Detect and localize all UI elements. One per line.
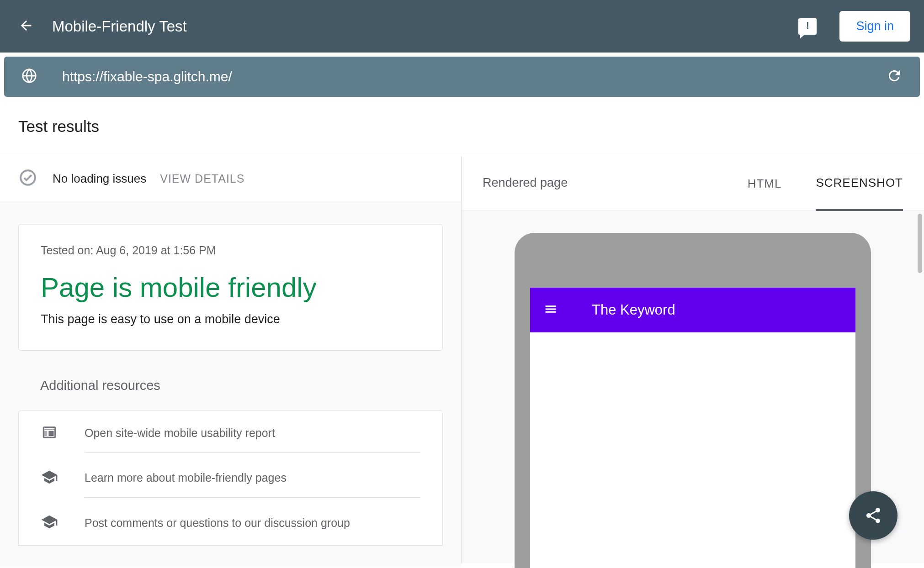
resource-item-label: Post comments or questions to our discus… bbox=[85, 516, 420, 542]
right-panel: Rendered page HTML SCREENSHOT The Keywor… bbox=[462, 155, 924, 563]
phone-app-bar: The Keyword bbox=[530, 288, 855, 332]
phone-frame: The Keyword bbox=[515, 233, 871, 568]
left-body: Tested on: Aug 6, 2019 at 1:56 PM Page i… bbox=[0, 202, 461, 568]
back-arrow-icon[interactable] bbox=[18, 18, 34, 35]
resource-list: Open site-wide mobile usability report L… bbox=[18, 410, 443, 546]
additional-resources: Additional resources Open site-wide mobi… bbox=[18, 378, 443, 546]
resource-item-label: Learn more about mobile-friendly pages bbox=[85, 471, 420, 498]
rendered-page-label: Rendered page bbox=[483, 176, 713, 190]
phone-app-title: The Keyword bbox=[578, 302, 842, 318]
school-icon bbox=[41, 513, 63, 532]
hamburger-icon bbox=[544, 302, 558, 318]
tab-screenshot[interactable]: SCREENSHOT bbox=[816, 155, 903, 211]
view-details-link[interactable]: VIEW DETAILS bbox=[160, 172, 244, 185]
url-input-bar[interactable]: https://fixable-spa.glitch.me/ bbox=[4, 57, 920, 97]
resource-item-learn[interactable]: Learn more about mobile-friendly pages bbox=[19, 456, 442, 500]
signin-button[interactable]: Sign in bbox=[839, 11, 910, 42]
page-title: Mobile-Friendly Test bbox=[52, 18, 798, 35]
app-header: Mobile-Friendly Test ! Sign in bbox=[0, 0, 924, 53]
results-section-title: Test results bbox=[18, 117, 906, 136]
main-content: No loading issues VIEW DETAILS Tested on… bbox=[0, 155, 924, 563]
refresh-icon[interactable] bbox=[886, 68, 903, 86]
resource-item-report[interactable]: Open site-wide mobile usability report bbox=[19, 411, 442, 456]
svg-rect-3 bbox=[44, 431, 47, 436]
additional-resources-title: Additional resources bbox=[18, 378, 443, 393]
feedback-icon[interactable]: ! bbox=[798, 18, 817, 35]
result-headline: Page is mobile friendly bbox=[41, 272, 420, 303]
tested-on-label: Tested on: Aug 6, 2019 at 1:56 PM bbox=[41, 244, 420, 257]
scroll-indicator[interactable] bbox=[918, 214, 922, 273]
loading-status-bar: No loading issues VIEW DETAILS bbox=[0, 155, 461, 202]
resource-item-discuss[interactable]: Post comments or questions to our discus… bbox=[19, 500, 442, 545]
school-icon bbox=[41, 468, 63, 488]
results-header: Test results bbox=[0, 101, 924, 155]
tab-html[interactable]: HTML bbox=[748, 156, 782, 210]
checkmark-circle-icon bbox=[19, 169, 37, 188]
url-text: https://fixable-spa.glitch.me/ bbox=[62, 69, 886, 84]
result-description: This page is easy to use on a mobile dev… bbox=[41, 312, 420, 326]
left-panel: No loading issues VIEW DETAILS Tested on… bbox=[0, 155, 462, 563]
globe-icon bbox=[21, 68, 37, 85]
result-card: Tested on: Aug 6, 2019 at 1:56 PM Page i… bbox=[18, 224, 443, 351]
webpage-icon bbox=[41, 424, 63, 443]
share-icon bbox=[864, 506, 882, 525]
resource-item-label: Open site-wide mobile usability report bbox=[85, 426, 420, 453]
phone-screen: The Keyword bbox=[530, 288, 855, 568]
loading-status-text: No loading issues bbox=[53, 172, 146, 186]
exclaim-icon: ! bbox=[806, 20, 809, 32]
tabs-bar: Rendered page HTML SCREENSHOT bbox=[462, 155, 924, 211]
share-fab[interactable] bbox=[849, 491, 897, 540]
